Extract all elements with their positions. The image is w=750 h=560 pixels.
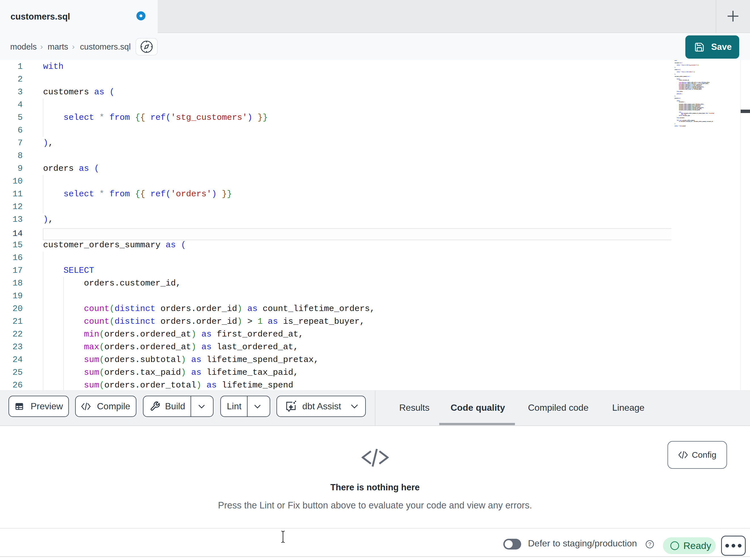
svg-text:?: ? <box>648 541 651 547</box>
